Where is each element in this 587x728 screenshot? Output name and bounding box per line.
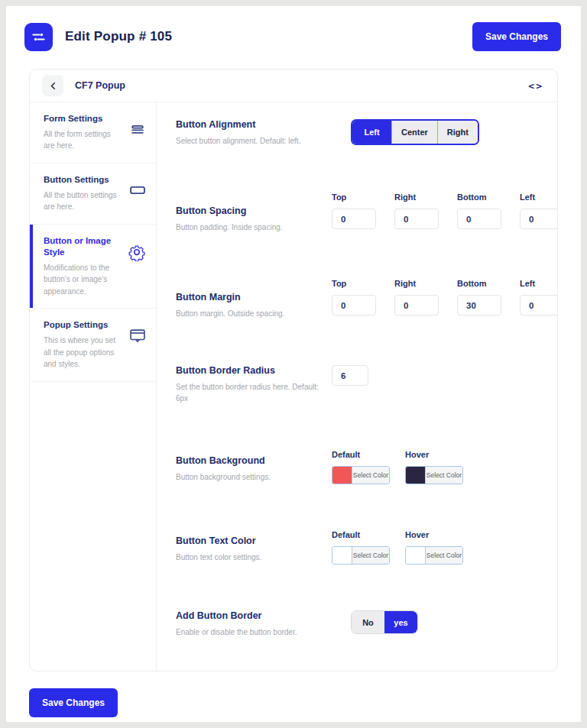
page: Edit Popup # 105 Save Changes CF7 Popup …	[6, 6, 581, 722]
spacing-top-input[interactable]	[332, 209, 376, 229]
sidebar-item-desc: Modifications to the button's or image's…	[44, 262, 122, 298]
row-button-alignment: Button Alignment Select button alignment…	[176, 119, 558, 147]
sidebar-item-title: Button Settings	[44, 174, 122, 186]
picker-label: Default	[332, 530, 390, 539]
popup-window-icon	[129, 327, 146, 347]
sidebar-item-title: Form Settings	[44, 113, 122, 125]
field-label: Bottom	[457, 193, 511, 202]
sliders-icon	[31, 30, 46, 44]
row-button-border-radius: Button Border Radius Set the button bord…	[176, 365, 558, 404]
color-swatch	[406, 547, 425, 564]
sidebar-item-desc: All the button settings are here.	[44, 189, 122, 213]
margin-bottom-input[interactable]	[457, 295, 501, 315]
setting-desc: Button padding. Inside spacing.	[176, 222, 321, 233]
setting-title: Add Button Border	[176, 610, 324, 621]
code-view-icon[interactable]: <>	[528, 80, 543, 92]
spacing-bottom-input[interactable]	[457, 209, 501, 229]
footer: Save Changes	[6, 671, 581, 717]
color-swatch	[332, 467, 352, 484]
setting-title: Button Text Color	[176, 535, 324, 546]
select-color-button[interactable]: Select Color	[352, 547, 389, 564]
settings-content: Button Alignment Select button alignment…	[157, 102, 558, 671]
field-label: Top	[332, 279, 385, 288]
setting-title: Button Alignment	[176, 119, 324, 130]
row-button-margin: Button Margin Button margin. Outside spa…	[176, 279, 558, 319]
gear-icon	[128, 243, 146, 264]
sidebar-item-form-settings[interactable]: Form Settings All the form settings are …	[30, 102, 156, 163]
select-color-button[interactable]: Select Color	[425, 547, 462, 564]
spacing-left-input[interactable]	[520, 209, 558, 229]
form-lines-icon	[129, 121, 146, 141]
color-swatch	[332, 547, 352, 564]
color-swatch	[406, 467, 425, 484]
row-button-background: Button Background Button background sett…	[176, 450, 558, 484]
save-changes-button-top[interactable]: Save Changes	[472, 22, 561, 51]
card-header: CF7 Popup <>	[30, 70, 557, 102]
align-left-button[interactable]: Left	[352, 121, 391, 144]
margin-right-input[interactable]	[394, 295, 439, 315]
setting-desc: Button background settings.	[176, 471, 321, 483]
sidebar-item-title: Popup Settings	[44, 319, 122, 331]
popup-name: CF7 Popup	[75, 80, 125, 91]
field-label: Bottom	[457, 279, 511, 288]
select-color-button[interactable]: Select Color	[352, 467, 389, 484]
margin-top-input[interactable]	[332, 295, 376, 315]
field-label: Right	[394, 193, 448, 202]
setting-title: Button Margin	[176, 292, 324, 303]
sidebar-item-desc: This is where you set all the popup opti…	[44, 335, 122, 370]
setting-title: Button Border Radius	[176, 365, 324, 376]
field-label: Left	[520, 193, 558, 202]
text-default-color-picker[interactable]: Select Color	[332, 546, 390, 565]
background-default-color-picker[interactable]: Select Color	[332, 466, 390, 484]
sidebar-item-title: Button or Image Style	[44, 235, 122, 258]
sidebar-item-button-image-style[interactable]: Button or Image Style Modifications to t…	[30, 225, 156, 309]
field-label: Right	[394, 279, 448, 288]
button-outline-icon	[129, 182, 146, 202]
row-add-button-border: Add Button Border Enable or disable the …	[176, 610, 558, 638]
border-toggle-no-button[interactable]: No	[352, 611, 384, 633]
settings-sidebar: Form Settings All the form settings are …	[30, 102, 157, 671]
picker-label: Hover	[405, 450, 463, 459]
border-toggle: No yes	[351, 610, 418, 634]
text-hover-color-picker[interactable]: Select Color	[405, 546, 463, 565]
app-logo	[24, 23, 53, 51]
field-label: Top	[332, 193, 385, 202]
back-button[interactable]	[42, 75, 63, 96]
setting-desc: Enable or disable the button border.	[176, 626, 321, 638]
picker-label: Default	[332, 450, 390, 459]
page-title: Edit Popup # 105	[65, 29, 172, 44]
row-button-text-color: Button Text Color Button text color sett…	[176, 530, 558, 565]
save-changes-button-bottom[interactable]: Save Changes	[29, 688, 118, 717]
background-hover-color-picker[interactable]: Select Color	[405, 466, 463, 484]
chevron-left-icon	[49, 82, 57, 90]
setting-desc: Button text color settings.	[176, 552, 321, 563]
row-button-spacing: Button Spacing Button padding. Inside sp…	[176, 193, 558, 233]
align-center-button[interactable]: Center	[391, 121, 437, 144]
card-body: Form Settings All the form settings are …	[30, 102, 557, 671]
field-label: Left	[520, 279, 558, 288]
setting-title: Button Spacing	[176, 205, 324, 216]
setting-title: Button Background	[176, 455, 324, 466]
sidebar-item-desc: All the form settings are here.	[44, 128, 122, 152]
alignment-segmented-control: Left Center Right	[351, 119, 479, 145]
spacing-right-input[interactable]	[394, 209, 439, 229]
popup-settings-card: CF7 Popup <> Form Settings All the form …	[29, 69, 558, 671]
align-right-button[interactable]: Right	[437, 121, 478, 144]
top-header: Edit Popup # 105 Save Changes	[6, 6, 581, 63]
border-radius-input[interactable]	[332, 365, 368, 386]
border-toggle-yes-button[interactable]: yes	[384, 611, 417, 633]
sidebar-item-button-settings[interactable]: Button Settings All the button settings …	[30, 163, 156, 225]
picker-label: Hover	[405, 530, 463, 539]
margin-left-input[interactable]	[520, 295, 558, 315]
setting-desc: Set the button border radius here. Defau…	[176, 381, 321, 404]
setting-desc: Button margin. Outside spacing.	[176, 308, 321, 319]
sidebar-item-popup-settings[interactable]: Popup Settings This is where you set all…	[30, 309, 156, 381]
select-color-button[interactable]: Select Color	[425, 467, 462, 484]
setting-desc: Select button alignment. Default: left.	[176, 135, 321, 147]
